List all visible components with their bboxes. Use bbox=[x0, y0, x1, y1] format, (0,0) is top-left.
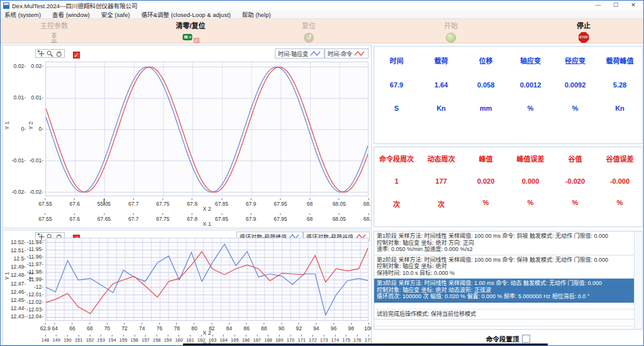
main-area: ✓时间-轴应变 时间-命令 Y 10.020.010-0.01-0.02Y 20… bbox=[1, 43, 643, 345]
log-block[interactable]: 试验完成后操作模式: 保持当前位移模式 bbox=[374, 310, 634, 320]
y-tick-label: 12.48 bbox=[11, 272, 26, 278]
y-tick-label: -0.01 bbox=[12, 157, 26, 164]
y-tick-label: 12.5 bbox=[14, 255, 26, 262]
x-tick-label: 177 bbox=[365, 335, 372, 343]
graph-cursor-mark[interactable] bbox=[104, 199, 104, 205]
log-line: 保持时间: 10.0 s 目标: 0.000 % bbox=[377, 270, 631, 277]
legend-item[interactable]: 时间-命令 bbox=[325, 48, 369, 59]
toolbar-stop-button[interactable]: 停止 STOP bbox=[549, 20, 618, 43]
readout-value: -0.020 bbox=[565, 177, 585, 185]
zoom-icon[interactable] bbox=[47, 50, 53, 57]
y-tick-label: 12.52 bbox=[11, 239, 26, 245]
x-tick-label: 68.1 bbox=[364, 198, 372, 207]
x-tick-label: 67.85 bbox=[215, 213, 228, 222]
menu-window[interactable]: 查看 (window) bbox=[52, 10, 90, 19]
readout-column: 峰值0.020% bbox=[464, 153, 508, 226]
y-tick-label: -12 bbox=[34, 284, 43, 290]
toolbar-start-label: 开始 bbox=[416, 20, 486, 30]
readout-value: 0.0012 bbox=[520, 81, 541, 89]
readout-column: 动态周次177次 bbox=[419, 153, 464, 226]
toolbar: 主控参数 清零/复位 ✓ 复位 ↺ bbox=[1, 19, 643, 43]
cycle-chart-panel[interactable]: ✓循环对数-载荷峰值 循环对数-载荷谷值 Y 112.5212.5112.512… bbox=[2, 230, 372, 345]
master-params-icon bbox=[19, 31, 89, 43]
x-tick-label: 68.05 bbox=[333, 213, 346, 222]
x-tick-label: 74 bbox=[139, 323, 145, 332]
legend-item[interactable]: 时间-轴应变 bbox=[275, 48, 325, 59]
readout-value: -0.000 bbox=[610, 177, 630, 185]
x-tick-label: 175 bbox=[342, 335, 350, 343]
x-axis-label: X 2 bbox=[203, 206, 211, 212]
menu-bar: 系统 (system) 查看 (window) 安全 (safe) 循环&调整 … bbox=[1, 10, 643, 19]
x-tick-label: 149 bbox=[52, 335, 60, 343]
plot-area[interactable] bbox=[45, 238, 369, 321]
log-block-selected[interactable]: 第3阶段 采样方法: 时间线性 采样阈值: 1.00 ms 命令: 动态 触发模… bbox=[374, 279, 634, 303]
x-tick-label: 67.95 bbox=[274, 198, 287, 207]
clear-reset-icon: ✓ bbox=[156, 31, 225, 43]
toolbar-reset-label: 复位 bbox=[274, 20, 343, 30]
readout-value: 0.020 bbox=[477, 177, 495, 185]
x-tick-label: 64 bbox=[52, 323, 58, 332]
readout-header: 轴应变 bbox=[520, 55, 541, 65]
x-tick-label: 154 bbox=[108, 335, 116, 343]
close-button[interactable]: ✕ bbox=[625, 1, 642, 10]
readout-unit: % bbox=[528, 104, 534, 112]
x-tick-label: 68 bbox=[307, 213, 313, 222]
x-tick-label: 67.6 bbox=[69, 213, 80, 222]
readout-cycle-panel: 命令段周次1次动态周次177次峰值0.020%峰值误差0.000%谷值-0.02… bbox=[374, 147, 643, 227]
log-block[interactable]: 第1阶段 采样方法: 时间线性 采样阈值: 100.00 ms 命令: 斜坡 触… bbox=[374, 232, 634, 255]
log-line: 第2阶段 采样方法: 时间线性 采样阈值: 100.00 ms 命令: 保持 触… bbox=[377, 257, 631, 264]
readout-column: 谷值误差-0.000% bbox=[597, 153, 642, 226]
y-tick-label: 12.44 bbox=[11, 305, 26, 311]
pan-hand-icon[interactable] bbox=[55, 50, 62, 57]
readout-header: 径应变 bbox=[565, 55, 586, 65]
x-tick-label: 172 bbox=[309, 335, 317, 343]
taskbar-edge bbox=[183, 343, 548, 346]
readout-column: 轴应变0.0012% bbox=[508, 55, 553, 143]
readout-column: 峰值误差0.000% bbox=[508, 153, 553, 226]
readout-header: 命令段周次 bbox=[379, 153, 414, 164]
y-tick-label: 12.51 bbox=[11, 247, 26, 254]
plot-visible-checkbox[interactable]: ✓ bbox=[73, 52, 80, 59]
x-tick-label: 62.9 bbox=[40, 323, 51, 332]
toolbar-master-params-button[interactable]: 主控参数 bbox=[19, 20, 89, 43]
log-block[interactable]: 第2阶段 采样方法: 时间线性 采样阈值: 100.00 ms 命令: 保持 触… bbox=[374, 255, 634, 279]
x-tick-label: 68.1 bbox=[364, 213, 372, 222]
minimize-button[interactable]: — bbox=[589, 1, 607, 10]
x-tick-label: 96 bbox=[331, 323, 336, 332]
readout-column: 时间67.9S bbox=[374, 55, 419, 143]
readout-header: 载荷 bbox=[435, 55, 448, 65]
toolbar-clear-reset-button[interactable]: 清零/复位 ✓ bbox=[156, 20, 225, 43]
x-tick-label: 169 bbox=[275, 335, 284, 343]
plot-area[interactable] bbox=[45, 62, 369, 196]
menu-safe[interactable]: 安全 (safe) bbox=[101, 10, 130, 19]
toolbar-start-button[interactable]: 开始 bbox=[416, 20, 486, 43]
x-tick-label: 159 bbox=[164, 335, 172, 343]
menu-loop-adjust[interactable]: 循环&调整 (closed-Loop & adjust) bbox=[142, 10, 231, 19]
y-tick-label: -11.97 bbox=[27, 261, 43, 267]
y-tick-label: -12.01 bbox=[26, 291, 43, 298]
x-axis-label: X 1 bbox=[203, 221, 211, 227]
readout-value: 177 bbox=[435, 177, 447, 185]
toolbar-reset-button[interactable]: 复位 ↺ bbox=[274, 20, 343, 43]
log-line: 第1阶段 采样方法: 时间线性 采样阈值: 100.00 ms 命令: 斜坡 触… bbox=[377, 233, 631, 240]
log-line: 循环周次: 100000 次 幅值: 0.020 % 偏置: 0.000 % 频… bbox=[377, 293, 631, 300]
menu-system[interactable]: 系统 (system) bbox=[4, 10, 41, 19]
maximize-button[interactable]: ☐ bbox=[607, 1, 625, 10]
readout-column: 命令段周次1次 bbox=[374, 153, 419, 226]
app-icon bbox=[3, 3, 9, 9]
readout-unit: mm bbox=[480, 104, 492, 112]
waveform-chart-panel[interactable]: ✓时间-轴应变 时间-命令 Y 10.020.010-0.01-0.02Y 20… bbox=[2, 45, 372, 228]
readout-value: 0.058 bbox=[477, 81, 495, 89]
readout-value: 1 bbox=[394, 177, 398, 185]
readout-unit: S bbox=[394, 104, 399, 112]
command-top-checkbox[interactable] bbox=[522, 335, 530, 343]
x-tick-label: 100 bbox=[364, 323, 372, 332]
log-scrollbar[interactable] bbox=[634, 232, 642, 329]
y-tick-label: 0.02 bbox=[14, 63, 26, 69]
x-tick-label: 67.55 bbox=[38, 213, 52, 222]
x-tick-label: 70 bbox=[104, 323, 110, 332]
cursor-move-icon[interactable] bbox=[38, 50, 45, 57]
menu-help[interactable]: 帮助 (help) bbox=[242, 10, 271, 19]
command-top-label: 命令段置顶 bbox=[486, 334, 519, 343]
command-log-panel: 第1阶段 采样方法: 时间线性 采样阈值: 100.00 ms 命令: 斜坡 触… bbox=[374, 231, 643, 330]
